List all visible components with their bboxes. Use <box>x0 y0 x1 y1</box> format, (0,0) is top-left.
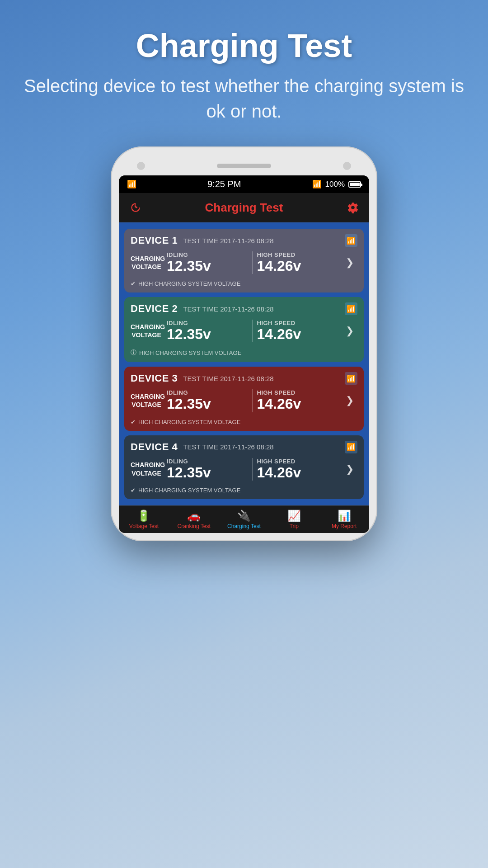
check-icon: ✔ <box>131 487 136 494</box>
nav-item-trip[interactable]: 📈 Trip <box>269 506 319 533</box>
battery-icon <box>348 181 361 188</box>
idling-label: IDLING <box>167 458 248 465</box>
idling-value: 12.35v <box>167 396 248 412</box>
device-name: DEVICE 3 <box>131 373 178 384</box>
charging-voltage-label: CHARGING VOLTAGE <box>131 392 162 409</box>
idling-col: IDLING 12.35v <box>162 458 252 481</box>
device-detail-arrow[interactable]: ❯ <box>342 257 357 269</box>
nav-icon-my-report: 📊 <box>338 510 351 521</box>
device-body: CHARGING VOLTAGE IDLING 12.35v HIGH SPEE… <box>124 318 364 347</box>
page-subtitle: Selecting device to test whether the cha… <box>18 73 470 124</box>
device-card-4[interactable]: DEVICE 4 TEST TIME 2017-11-26 08:28 📶 CH… <box>124 435 364 499</box>
highspeed-label: HIGH SPEED <box>257 251 338 258</box>
idling-value: 12.35v <box>167 258 248 274</box>
status-right: 📶 100% <box>312 179 361 189</box>
app-bar: Charging Test <box>119 193 369 222</box>
phone-camera-left <box>137 162 145 170</box>
highspeed-label: HIGH SPEED <box>257 458 338 465</box>
phone-camera-right <box>343 162 351 170</box>
device-body: CHARGING VOLTAGE IDLING 12.35v HIGH SPEE… <box>124 387 364 416</box>
phone-top-bar <box>119 159 369 175</box>
device-list: DEVICE 1 TEST TIME 2017-11-26 08:28 📶 CH… <box>119 222 369 505</box>
nav-item-charging-test[interactable]: 🔌 Charging Test <box>219 506 269 533</box>
highspeed-col: HIGH SPEED 14.26v <box>252 389 343 412</box>
voltage-section: IDLING 12.35v HIGH SPEED 14.26v <box>162 251 342 274</box>
charging-voltage-label: CHARGING VOLTAGE <box>131 461 162 477</box>
device-header: DEVICE 1 TEST TIME 2017-11-26 08:28 📶 <box>124 229 364 250</box>
highspeed-col: HIGH SPEED 14.26v <box>252 251 343 274</box>
device-body: CHARGING VOLTAGE IDLING 12.35v HIGH SPEE… <box>124 250 364 278</box>
highspeed-value: 14.26v <box>257 258 338 274</box>
status-left: 📶 <box>127 179 136 189</box>
idling-col: IDLING 12.35v <box>162 251 252 274</box>
device-footer: ⓘ HIGH CHARGING SYSTEM VOLTAGE <box>124 347 364 362</box>
phone-screen: 📶 9:25 PM 📶 100% Charging Test <box>119 175 369 533</box>
device-name: DEVICE 1 <box>131 235 178 246</box>
idling-value: 12.35v <box>167 326 248 342</box>
device-name: DEVICE 2 <box>131 303 178 315</box>
device-header: DEVICE 2 TEST TIME 2017-11-26 08:28 📶 <box>124 297 364 318</box>
device-body: CHARGING VOLTAGE IDLING 12.35v HIGH SPEE… <box>124 456 364 485</box>
device-header: DEVICE 3 TEST TIME 2017-11-26 08:28 📶 <box>124 367 364 387</box>
idling-col: IDLING 12.35v <box>162 389 252 412</box>
app-bar-title: Charging Test <box>205 201 283 215</box>
nav-item-cranking-test[interactable]: 🚗 Cranking Test <box>169 506 219 533</box>
highspeed-col: HIGH SPEED 14.26v <box>252 320 343 342</box>
phone-mockup: 📶 9:25 PM 📶 100% Charging Test <box>111 146 377 541</box>
idling-label: IDLING <box>167 251 248 258</box>
highspeed-label: HIGH SPEED <box>257 389 338 396</box>
device-status-text: HIGH CHARGING SYSTEM VOLTAGE <box>139 349 241 356</box>
bottom-nav: 🔋 Voltage Test 🚗 Cranking Test 🔌 Chargin… <box>119 505 369 533</box>
voltage-section: IDLING 12.35v HIGH SPEED 14.26v <box>162 458 342 481</box>
status-time: 9:25 PM <box>207 179 241 189</box>
nav-item-voltage-test[interactable]: 🔋 Voltage Test <box>119 506 169 533</box>
nav-item-my-report[interactable]: 📊 My Report <box>319 506 369 533</box>
nav-icon-charging-test: 🔌 <box>237 510 251 521</box>
highspeed-col: HIGH SPEED 14.26v <box>252 458 343 481</box>
device-test-time: TEST TIME 2017-11-26 08:28 <box>183 443 345 451</box>
wifi-icon: 📶 <box>127 179 136 189</box>
nav-label-charging-test: Charging Test <box>227 523 261 529</box>
idling-col: IDLING 12.35v <box>162 320 252 342</box>
device-footer: ✔ HIGH CHARGING SYSTEM VOLTAGE <box>124 278 364 292</box>
device-detail-arrow[interactable]: ❯ <box>342 395 357 406</box>
device-card-2[interactable]: DEVICE 2 TEST TIME 2017-11-26 08:28 📶 CH… <box>124 297 364 362</box>
settings-button[interactable] <box>345 199 361 216</box>
page-header: Charging Test Selecting device to test w… <box>0 0 488 137</box>
nav-icon-trip: 📈 <box>287 510 301 521</box>
device-name: DEVICE 4 <box>131 441 178 453</box>
info-icon: ⓘ <box>131 349 136 357</box>
device-status-text: HIGH CHARGING SYSTEM VOLTAGE <box>138 280 240 287</box>
charging-voltage-label: CHARGING VOLTAGE <box>131 323 162 339</box>
check-icon: ✔ <box>131 280 136 287</box>
device-header: DEVICE 4 TEST TIME 2017-11-26 08:28 📶 <box>124 435 364 456</box>
nav-label-voltage-test: Voltage Test <box>129 523 159 529</box>
device-status-text: HIGH CHARGING SYSTEM VOLTAGE <box>138 419 240 425</box>
bluetooth-badge: 📶 <box>345 441 357 453</box>
nav-label-my-report: My Report <box>332 523 357 529</box>
highspeed-value: 14.26v <box>257 465 338 481</box>
device-card-1[interactable]: DEVICE 1 TEST TIME 2017-11-26 08:28 📶 CH… <box>124 229 364 292</box>
charging-voltage-label: CHARGING VOLTAGE <box>131 255 162 271</box>
device-detail-arrow[interactable]: ❯ <box>342 325 357 337</box>
device-footer: ✔ HIGH CHARGING SYSTEM VOLTAGE <box>124 417 364 431</box>
voltage-section: IDLING 12.35v HIGH SPEED 14.26v <box>162 320 342 342</box>
idling-value: 12.35v <box>167 465 248 481</box>
device-test-time: TEST TIME 2017-11-26 08:28 <box>183 305 345 313</box>
nav-label-trip: Trip <box>290 523 299 529</box>
device-test-time: TEST TIME 2017-11-26 08:28 <box>183 375 345 382</box>
voltage-section: IDLING 12.35v HIGH SPEED 14.26v <box>162 389 342 412</box>
device-detail-arrow[interactable]: ❯ <box>342 463 357 475</box>
page-title: Charging Test <box>18 27 470 64</box>
bluetooth-badge: 📶 <box>345 372 357 385</box>
bluetooth-badge: 📶 <box>345 302 357 315</box>
highspeed-label: HIGH SPEED <box>257 320 338 326</box>
status-bar: 📶 9:25 PM 📶 100% <box>119 175 369 193</box>
device-card-3[interactable]: DEVICE 3 TEST TIME 2017-11-26 08:28 📶 CH… <box>124 367 364 430</box>
battery-percent: 100% <box>325 180 345 189</box>
nav-label-cranking-test: Cranking Test <box>178 523 211 529</box>
nav-icon-cranking-test: 🚗 <box>187 510 201 521</box>
idling-label: IDLING <box>167 320 248 326</box>
history-button[interactable] <box>127 199 143 216</box>
device-status-text: HIGH CHARGING SYSTEM VOLTAGE <box>138 487 240 494</box>
